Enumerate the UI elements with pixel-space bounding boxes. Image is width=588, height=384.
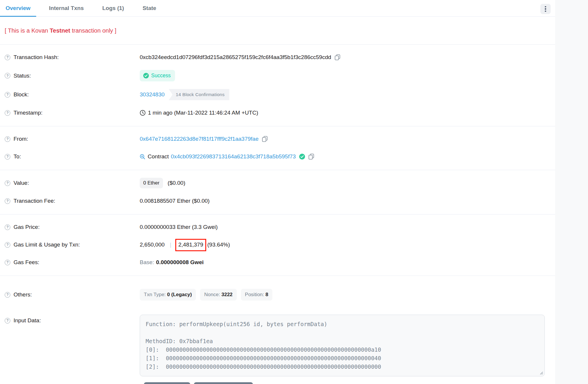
to-contract-prefix: Contract [148, 153, 169, 160]
transaction-fee-value: 0.0081885507 Ether ($0.00) [140, 198, 210, 204]
help-icon[interactable]: ? [5, 224, 10, 230]
row-timestamp: ? Timestamp: 1 min ago (Mar-11-2022 11:4… [5, 104, 550, 122]
section-overview-top: ? Transaction Hash: 0xcb324eedcd1d07296f… [0, 45, 555, 126]
resize-handle[interactable] [539, 370, 543, 375]
status-label: Status: [14, 73, 31, 79]
row-input-data: ? Input Data: Function: performUpkeep(ui… [5, 311, 550, 376]
nonce-badge: Nonce: 3222 [200, 289, 236, 301]
check-circle-icon [143, 73, 149, 78]
gas-fees-base-value: 0.000000008 Gwei [156, 259, 204, 266]
timestamp-value: 1 min ago (Mar-11-2022 11:46:24 AM +UTC) [148, 110, 258, 116]
tab-overview[interactable]: Overview [0, 0, 36, 16]
row-to: ? To: Contract 0x4cb093f226983713164a621… [5, 148, 550, 165]
help-icon[interactable]: ? [5, 55, 10, 60]
row-from: ? From: 0x647e7168122263d8e7f81f17fff9c2… [5, 130, 550, 148]
copy-icon[interactable] [309, 154, 314, 160]
gas-used-percent: (93.64%) [207, 242, 230, 248]
gas-separator: | [170, 242, 171, 248]
input-data-label: Input Data: [14, 317, 41, 324]
from-label: From: [14, 136, 28, 142]
value-usd: ($0.00) [168, 180, 185, 186]
gas-price-value: 0.0000000033 Ether (3.3 Gwei) [140, 224, 218, 230]
tab-state[interactable]: State [137, 0, 162, 16]
help-icon[interactable]: ? [5, 136, 10, 142]
row-transaction-hash: ? Transaction Hash: 0xcb324eedcd1d07296f… [5, 48, 550, 66]
help-icon[interactable]: ? [5, 92, 10, 98]
to-label: To: [14, 153, 21, 160]
help-icon[interactable]: ? [5, 110, 10, 116]
section-others-input: ? Others: Txn Type: 0 (Legacy) Nonce: 32… [0, 276, 555, 384]
position-badge: Position: 8 [241, 289, 272, 301]
notice-prefix: [ This is a Kovan [5, 27, 50, 34]
tab-internal-txns[interactable]: Internal Txns [44, 0, 89, 16]
transaction-fee-label: Transaction Fee: [14, 198, 55, 204]
gas-fees-label: Gas Fees: [14, 259, 39, 266]
row-transaction-fee: ? Transaction Fee: 0.0081885507 Ether ($… [5, 192, 550, 210]
transaction-hash-value: 0xcb324eedcd1d07296fdf3d215a2865275f159c… [140, 54, 331, 61]
txn-type-key: Txn Type: [144, 292, 167, 297]
help-icon[interactable]: ? [5, 242, 10, 248]
notice-bold: Testnet [50, 27, 70, 34]
txn-type-badge: Txn Type: 0 (Legacy) [140, 289, 196, 301]
input-data-actions: View Input As Decode Input Data [144, 382, 550, 384]
gas-used-value-highlighted: 2,481,379 [176, 242, 205, 248]
row-gas-price: ? Gas Price: 0.0000000033 Ether (3.3 Gwe… [5, 218, 550, 236]
block-confirmations-badge: 14 Block Confirmations [169, 89, 229, 100]
row-others: ? Others: Txn Type: 0 (Legacy) Nonce: 32… [5, 285, 550, 304]
block-label: Block: [14, 91, 29, 98]
position-value: 8 [266, 292, 268, 297]
block-number-link[interactable]: 30324830 [140, 91, 165, 98]
decode-input-data-button[interactable]: Decode Input Data [194, 382, 253, 384]
value-badge: 0 Ether [140, 178, 163, 188]
help-icon[interactable]: ? [5, 318, 10, 323]
help-icon[interactable]: ? [5, 292, 10, 298]
timestamp-label: Timestamp: [14, 110, 43, 116]
gas-price-label: Gas Price: [14, 224, 40, 230]
contract-search-icon[interactable] [140, 154, 145, 160]
status-badge: Success [140, 70, 175, 81]
gas-limit-label: Gas Limit & Usage by Txn: [14, 242, 80, 248]
nonce-value: 3222 [221, 292, 233, 297]
value-label: Value: [14, 180, 29, 186]
position-key: Position: [245, 292, 266, 297]
section-addresses: ? From: 0x647e7168122263d8e7f81f17fff9c2… [0, 126, 555, 170]
verified-contract-icon [299, 154, 305, 160]
help-icon[interactable]: ? [5, 260, 10, 265]
tab-logs[interactable]: Logs (1) [97, 0, 130, 16]
tab-bar: Overview Internal Txns Logs (1) State [0, 0, 555, 17]
status-badge-text: Success [151, 73, 171, 79]
transaction-details-panel: Overview Internal Txns Logs (1) State [ … [0, 0, 555, 384]
help-icon[interactable]: ? [5, 198, 10, 204]
row-value: ? Value: 0 Ether ($0.00) [5, 174, 550, 192]
row-gas-limit-usage: ? Gas Limit & Usage by Txn: 2,650,000 | … [5, 236, 550, 254]
testnet-notice: [ This is a Kovan Testnet transaction on… [0, 17, 555, 45]
nonce-key: Nonce: [204, 292, 221, 297]
copy-icon[interactable] [335, 54, 340, 61]
row-status: ? Status: Success [5, 66, 550, 85]
gas-fees-base-label: Base: [140, 259, 154, 266]
transaction-hash-label: Transaction Hash: [14, 54, 59, 61]
row-block: ? Block: 30324830 14 Block Confirmations [5, 85, 550, 104]
copy-icon[interactable] [262, 136, 268, 142]
notice-suffix: transaction only ] [70, 27, 116, 34]
from-address-link[interactable]: 0x647e7168122263d8e7f81f17fff9c2f1aa379f… [140, 136, 259, 142]
section-value: ? Value: 0 Ether ($0.00) ? Transaction F… [0, 170, 555, 214]
gas-limit-value: 2,650,000 [140, 242, 165, 248]
txn-type-value: 0 (Legacy) [167, 292, 192, 297]
help-icon[interactable]: ? [5, 180, 10, 186]
clock-icon [140, 110, 146, 116]
others-label: Others: [14, 291, 32, 298]
section-gas: ? Gas Price: 0.0000000033 Ether (3.3 Gwe… [0, 214, 555, 276]
input-data-box[interactable]: Function: performUpkeep(uint256 id, byte… [140, 315, 545, 376]
more-options-button[interactable] [540, 4, 551, 14]
view-input-as-button[interactable]: View Input As [144, 382, 190, 384]
help-icon[interactable]: ? [5, 73, 10, 78]
to-address-link[interactable]: 0x4cb093f226983713164a62138c3f718a5b595f… [171, 153, 296, 160]
row-gas-fees: ? Gas Fees: Base: 0.000000008 Gwei [5, 254, 550, 271]
help-icon[interactable]: ? [5, 154, 10, 160]
input-data-content: Function: performUpkeep(uint256 id, byte… [146, 320, 539, 371]
